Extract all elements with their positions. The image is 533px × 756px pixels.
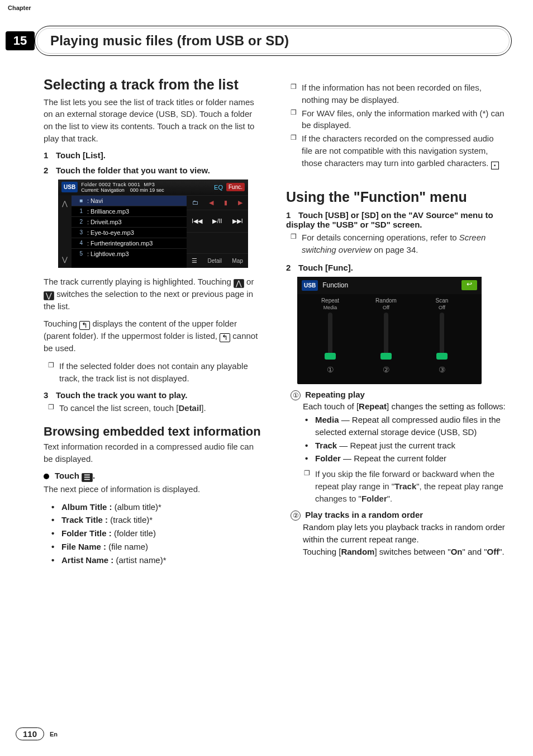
repeat-option: Track — Repeat just the current track: [315, 440, 506, 452]
text-info-icon[interactable]: ☰: [192, 257, 197, 264]
left-column: Selecting a track from the list The list…: [44, 73, 264, 569]
section-browse-text: Browsing embedded text information: [44, 425, 264, 438]
list-highlight-explain: The track currently playing is highlight…: [44, 276, 264, 313]
list-item-label: : Navi: [87, 197, 103, 204]
slider-random[interactable]: Random Off: [367, 297, 406, 357]
list-item[interactable]: 1: Brilliance.mp3: [72, 206, 187, 216]
list-item-index: 3: [75, 229, 83, 235]
callout-mark: ③: [422, 365, 461, 374]
prev-track-icon[interactable]: I◀◀: [192, 218, 202, 225]
track-list: ■ : Navi 1: Brilliance.mp3 2: Driveit.mp…: [72, 195, 187, 268]
list-item-index: 4: [75, 240, 83, 246]
list-item-index: 1: [75, 208, 83, 214]
folder-flag-icon: ▮: [224, 199, 227, 206]
slider-label: Repeat: [321, 297, 339, 304]
def-body-random2: Touching [Random] switches between "On" …: [291, 546, 506, 558]
next-piece-text: The next piece of information is display…: [44, 483, 264, 495]
transport-panel: 🗀 ◀ ▮ ▶ I◀◀ ▶/II ▶▶I ☰: [187, 195, 248, 268]
page: Chapter 15 Playing music files (from USB…: [0, 0, 533, 756]
def-head-random: Play tracks in a random order: [305, 510, 423, 519]
def-body-repeat: Each touch of [Repeat] changes the setti…: [291, 400, 506, 413]
repeat-option: Folder — Repeat the current folder: [315, 452, 506, 465]
function-definitions: ① Repeating play Each touch of [Repeat] …: [286, 389, 506, 558]
note-no-playable: If the selected folder does not contain …: [59, 360, 264, 385]
step-1: 1Touch [List].: [44, 150, 264, 160]
next-track-icon[interactable]: ▶▶I: [232, 218, 243, 225]
chapter-title: Playing music files (from USB or SD): [35, 33, 289, 49]
slider-repeat[interactable]: Repeat Media: [311, 297, 350, 357]
current-row: Current: Navigation: [81, 187, 125, 193]
slider-label: Scan: [436, 297, 449, 304]
list-item[interactable]: 5: Lightlove.mp3: [72, 248, 187, 259]
next-folder-icon[interactable]: ▶: [238, 199, 242, 206]
prev-folder-icon[interactable]: ◀: [209, 199, 213, 206]
usb-badge: USB: [61, 182, 78, 192]
chapter-title-wrap: Playing music files (from USB or SD): [35, 23, 516, 58]
info-field: Track Title : (track title)*: [61, 514, 264, 526]
list-item-label: : Brilliance.mp3: [87, 208, 129, 215]
func-step-2: 2Touch [Func].: [286, 263, 506, 272]
list-item[interactable]: ■ : Navi: [72, 195, 187, 206]
info-field: Folder Title : (folder title): [61, 527, 264, 540]
function-title: Function: [322, 281, 348, 289]
slider-value: Off: [383, 305, 389, 310]
def-head-repeat: Repeating play: [305, 390, 365, 399]
page-up-icon: ⋀: [234, 279, 244, 288]
callout-mark: ②: [367, 365, 406, 374]
chapter-number-badge: 15: [6, 31, 35, 50]
play-pause-icon[interactable]: ▶/II: [212, 218, 222, 225]
page-down-icon: ⋁: [44, 291, 54, 300]
func-step-1-text: Touch [USB] or [SD] on the "AV Source" m…: [286, 210, 493, 229]
func-button[interactable]: Func.: [226, 183, 245, 191]
list-item-label: : Furtherintegration.mp3: [87, 240, 153, 247]
folder-up-icon[interactable]: 🗀: [192, 199, 198, 206]
page-language: En: [50, 731, 58, 738]
list-item[interactable]: 4: Furtherintegration.mp3: [72, 238, 187, 248]
func-step-2-text: Touch [Func].: [298, 263, 353, 272]
touch-menu-step: Touch ☰.: [44, 471, 264, 482]
info-fields-list: Album Title : (album title)* Track Title…: [44, 501, 264, 566]
usb-badge: USB: [302, 280, 318, 291]
list-item[interactable]: 3: Eye-to-eye.mp3: [72, 227, 187, 238]
list-item-index: 5: [75, 251, 83, 257]
scroll-down-icon[interactable]: ⋁: [62, 256, 68, 263]
repeat-skip-note: If you skip the file forward or backward…: [315, 468, 506, 504]
slider-scan[interactable]: Scan Off: [422, 297, 461, 357]
back-button[interactable]: ↩: [461, 280, 477, 290]
step-1-text: Touch [List].: [56, 150, 106, 160]
bullet-icon: [44, 474, 49, 479]
scroll-up-icon[interactable]: ⋀: [62, 200, 68, 207]
callout-num: ②: [291, 511, 301, 521]
note-cancel-list: To cancel the list screen, touch [Detail…: [59, 402, 264, 414]
screenshot-function: USB Function ↩ Repeat Media Random Off: [297, 277, 482, 384]
menu-icon: ☰: [82, 473, 93, 482]
info-field: Artist Name : (artist name)*: [61, 554, 264, 566]
info-field: Album Title : (album title)*: [61, 501, 264, 513]
screenshot-list: USB Folder 0002 Track 0001 MP3 Current: …: [58, 179, 248, 268]
info-field: File Name : (file name): [61, 541, 264, 553]
list-item-label: : Eye-to-eye.mp3: [87, 229, 134, 236]
format-label: MP3: [144, 182, 155, 187]
section-function-menu: Using the "Function" menu: [286, 190, 506, 205]
time-readout: 000 min 19 sec: [130, 187, 164, 193]
eq-button[interactable]: EQ: [214, 184, 223, 191]
section-select-track: Selecting a track from the list: [44, 77, 264, 93]
map-button[interactable]: Map: [232, 258, 242, 264]
list-item[interactable]: 2: Driveit.mp3: [72, 216, 187, 227]
slider-label: Random: [375, 297, 397, 304]
chapter-label: Chapter: [8, 4, 31, 11]
info-note: If the information has not been recorded…: [302, 82, 506, 106]
scroll-strip[interactable]: ⋀ ⋁: [58, 195, 72, 268]
parent-folder-explain: Touching ↰ displays the content of the u…: [44, 318, 264, 355]
page-number: 110 En: [16, 727, 58, 740]
step-2-text: Touch the folder that you want to view.: [56, 166, 210, 175]
section-select-intro: The list lets you see the list of track …: [44, 96, 264, 145]
slider-value: Off: [439, 305, 445, 310]
page-number-value: 110: [16, 727, 44, 740]
folder-icon: ■: [75, 197, 83, 204]
slider-value: Media: [323, 305, 337, 310]
step-3: 3Touch the track you want to play.: [44, 390, 264, 400]
list-item-label: : Lightlove.mp3: [87, 251, 129, 257]
info-note: If the characters recorded on the compre…: [302, 133, 506, 169]
detail-button[interactable]: Detail: [207, 258, 222, 264]
